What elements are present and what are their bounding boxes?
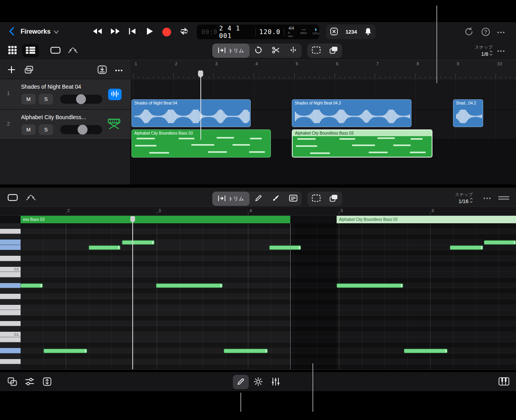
midi-note[interactable] xyxy=(44,349,87,353)
play-button[interactable] xyxy=(145,27,154,36)
back-button[interactable] xyxy=(6,26,17,38)
midi-track-badge[interactable] xyxy=(106,118,122,132)
editor-regions-mode-button[interactable] xyxy=(6,192,20,204)
pencil-mode-button[interactable] xyxy=(233,375,249,389)
piano-key[interactable] xyxy=(0,353,21,359)
piano-key[interactable] xyxy=(0,239,21,245)
rewind-button[interactable] xyxy=(91,28,103,36)
toolbar-more-button[interactable] xyxy=(496,46,506,55)
note-resize-handle[interactable] xyxy=(85,350,86,352)
automation-mode-button[interactable] xyxy=(66,45,80,57)
project-menu[interactable]: Fireworks xyxy=(21,26,59,37)
go-to-beginning-button[interactable] xyxy=(128,28,137,36)
note-resize-handle[interactable] xyxy=(266,350,267,352)
marquee-tool-button[interactable] xyxy=(307,44,325,58)
add-track-button[interactable] xyxy=(6,65,17,75)
piano-key[interactable] xyxy=(0,315,21,321)
midi-note[interactable] xyxy=(404,349,447,353)
trim-tool-button[interactable]: トリム xyxy=(212,44,249,58)
piano-key[interactable] xyxy=(0,326,21,332)
piano-key[interactable] xyxy=(0,223,21,229)
midi-note[interactable] xyxy=(21,283,43,288)
count-in-off-button[interactable] xyxy=(330,27,338,37)
note-resize-handle[interactable] xyxy=(481,246,482,249)
piano-key[interactable]: C2 xyxy=(0,267,21,272)
piano-key[interactable] xyxy=(0,245,21,251)
piano-key[interactable] xyxy=(0,299,21,305)
track-row[interactable]: 2 Alphabet City Boundless... M S xyxy=(0,110,131,140)
loop-tool-button[interactable] xyxy=(249,44,267,58)
piano-key[interactable] xyxy=(0,234,21,239)
audio-region[interactable]: Shades of Night Beat 04.3 xyxy=(292,99,411,127)
editor-bar-ruler[interactable]: 23456 xyxy=(0,207,516,216)
midi-note[interactable] xyxy=(484,240,516,245)
piano-key[interactable] xyxy=(0,283,21,289)
piano-key[interactable] xyxy=(0,251,21,256)
cycle-button[interactable] xyxy=(179,27,190,36)
midi-note[interactable] xyxy=(122,240,154,245)
duplicate-track-button[interactable] xyxy=(24,65,34,75)
midi-note[interactable] xyxy=(224,349,268,353)
lcd-display[interactable]: 00:0 2 4 1 001 120.0 4/4A min MIDI CPU xyxy=(197,25,319,39)
midi-region[interactable]: Alphabet City Boundless Bass 03 xyxy=(131,129,271,158)
brush-tool-button[interactable] xyxy=(267,192,284,206)
volume-slider[interactable] xyxy=(60,95,102,104)
arrange-area[interactable]: 12345678910 Shades of Night Beat 04Shade… xyxy=(131,60,516,184)
patterns-button[interactable] xyxy=(6,376,18,388)
piano-key[interactable] xyxy=(0,342,21,348)
midi-note[interactable] xyxy=(337,283,403,288)
piano-key[interactable] xyxy=(0,256,21,261)
history-button[interactable] xyxy=(464,27,474,37)
mute-button[interactable]: M xyxy=(21,124,36,135)
count-in-button[interactable]: 1234 xyxy=(346,29,357,35)
bar-ruler[interactable]: 12345678910 xyxy=(131,60,516,79)
editor-region-strip[interactable]: Alphabet City Boundless Bass 03 xyxy=(337,216,516,223)
editor-trim-tool-button[interactable]: トリム xyxy=(212,192,249,206)
note-resize-handle[interactable] xyxy=(152,241,153,244)
note-controls-button[interactable] xyxy=(24,376,36,388)
piano-key[interactable] xyxy=(0,310,21,315)
snap-control[interactable]: スナップ 1/8 xyxy=(455,44,493,57)
piano-key[interactable] xyxy=(0,321,21,327)
piano-key[interactable] xyxy=(0,229,21,234)
note-resize-handle[interactable] xyxy=(41,284,42,287)
mute-button[interactable]: M xyxy=(21,94,36,105)
onscreen-keyboard-button[interactable] xyxy=(497,376,510,388)
import-button[interactable] xyxy=(97,65,108,75)
piano-key[interactable] xyxy=(0,294,21,299)
piano-key[interactable] xyxy=(0,277,21,283)
note-resize-handle[interactable] xyxy=(401,284,402,287)
editor-resize-handle[interactable] xyxy=(497,193,510,203)
piano-key[interactable] xyxy=(0,364,21,370)
slider-knob[interactable] xyxy=(76,94,86,104)
mixer-button[interactable] xyxy=(270,376,281,388)
note-resize-handle[interactable] xyxy=(299,246,300,249)
forward-button[interactable] xyxy=(109,28,121,36)
split-at-playhead-button[interactable] xyxy=(284,44,302,58)
piano-roll-editor[interactable]: 23456 ess Bass 03Alphabet City Boundless… xyxy=(0,207,516,370)
paste-tool-button[interactable] xyxy=(325,44,342,58)
solo-button[interactable]: S xyxy=(39,94,53,105)
pencil-tool-button[interactable] xyxy=(249,192,267,206)
velocity-range-button[interactable] xyxy=(41,376,53,388)
midi-note[interactable] xyxy=(89,245,120,250)
piano-key[interactable] xyxy=(0,337,21,343)
midi-note[interactable] xyxy=(269,245,301,250)
velocity-dial-button[interactable] xyxy=(253,376,264,388)
note-resize-handle[interactable] xyxy=(446,350,446,352)
audio-track-badge[interactable] xyxy=(108,89,122,100)
note-resize-handle[interactable] xyxy=(118,246,119,249)
piano-keys[interactable]: C2C1 xyxy=(0,223,21,370)
midi-region[interactable]: Alphabet City Boundless Bass 03 xyxy=(292,129,432,158)
piano-key[interactable] xyxy=(0,359,21,365)
note-grid[interactable] xyxy=(21,223,516,370)
tracks-view-button[interactable] xyxy=(22,44,39,57)
record-button[interactable] xyxy=(162,27,171,37)
help-button[interactable]: ? xyxy=(482,28,490,36)
piano-key[interactable]: C1 xyxy=(0,332,21,337)
editor-paste-tool-button[interactable] xyxy=(325,192,342,206)
note-resize-handle[interactable] xyxy=(514,241,515,244)
editor-marquee-tool-button[interactable] xyxy=(307,192,325,206)
regions-mode-button[interactable] xyxy=(48,45,63,57)
piano-key[interactable] xyxy=(0,272,21,277)
